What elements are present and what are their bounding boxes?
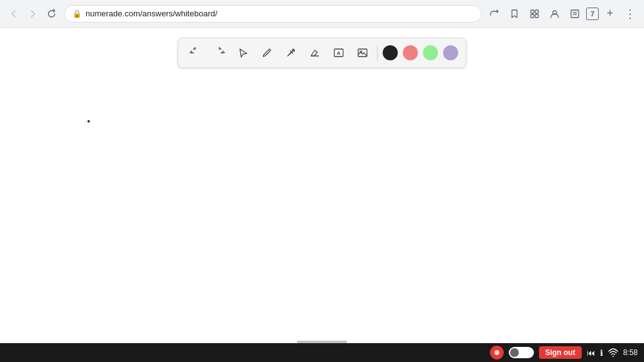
- svg-rect-5: [571, 10, 579, 18]
- reader-mode-button[interactable]: [566, 5, 584, 23]
- back-button[interactable]: [5, 5, 23, 23]
- whiteboard-toolbar: A: [178, 38, 467, 68]
- svg-rect-2: [531, 14, 534, 18]
- system-taskbar: Sign out ⏮ ℹ 8:58: [0, 343, 644, 362]
- media-info-icon[interactable]: ℹ: [600, 348, 603, 358]
- extensions-button[interactable]: [526, 5, 543, 23]
- sign-out-button[interactable]: Sign out: [539, 346, 582, 359]
- select-button[interactable]: [233, 42, 254, 63]
- scroll-hint: [297, 341, 347, 343]
- media-back-icon[interactable]: ⏮: [587, 348, 595, 358]
- eraser-button[interactable]: [304, 42, 326, 63]
- svg-rect-3: [535, 14, 538, 18]
- toggle-pill[interactable]: [509, 347, 534, 358]
- color-black[interactable]: [383, 45, 398, 60]
- svg-rect-14: [358, 49, 367, 57]
- nav-buttons: [5, 5, 60, 23]
- browser-actions: 7 + ⋮: [486, 5, 639, 23]
- toolbar-divider: [377, 45, 378, 60]
- svg-line-9: [289, 52, 292, 55]
- bookmark-button[interactable]: [506, 5, 523, 23]
- color-lavender[interactable]: [443, 45, 458, 60]
- browser-chrome: 🔒 numerade.com/answers/whiteboard/ 7 +: [0, 0, 644, 28]
- share-button[interactable]: [486, 5, 503, 23]
- svg-rect-0: [531, 10, 534, 13]
- color-green[interactable]: [423, 45, 438, 60]
- toggle-knob: [510, 348, 519, 357]
- svg-point-16: [494, 350, 499, 355]
- address-bar[interactable]: 🔒 numerade.com/answers/whiteboard/: [64, 5, 482, 23]
- tools-button[interactable]: [280, 42, 302, 63]
- undo-button[interactable]: [185, 42, 206, 63]
- reload-button[interactable]: [43, 5, 60, 23]
- canvas-dot: [87, 120, 90, 123]
- whiteboard-area[interactable]: A: [0, 28, 644, 343]
- url-text: numerade.com/answers/whiteboard/: [86, 9, 474, 18]
- text-button[interactable]: A: [328, 42, 350, 63]
- redo-button[interactable]: [209, 42, 230, 63]
- svg-text:A: A: [337, 50, 341, 56]
- lock-icon: 🔒: [72, 9, 82, 18]
- pencil-button[interactable]: [257, 42, 278, 63]
- tab-count-button[interactable]: 7: [586, 8, 599, 20]
- menu-button[interactable]: ⋮: [621, 5, 639, 23]
- record-button[interactable]: [490, 346, 504, 359]
- color-pink[interactable]: [403, 45, 418, 60]
- svg-point-17: [613, 356, 614, 357]
- svg-rect-1: [535, 10, 538, 13]
- system-time: 8:58: [623, 348, 638, 357]
- image-button[interactable]: [352, 42, 374, 63]
- forward-button[interactable]: [24, 5, 42, 23]
- wifi-icon: [608, 348, 618, 357]
- profile-button[interactable]: [546, 5, 564, 23]
- new-tab-button[interactable]: +: [601, 5, 619, 23]
